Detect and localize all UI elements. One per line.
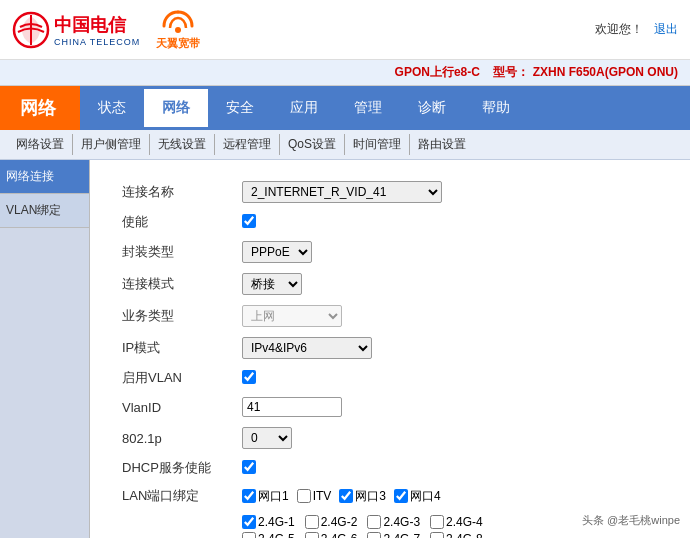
lan-port-itv[interactable]: ITV	[297, 489, 332, 503]
label-enable: 使能	[114, 208, 234, 236]
checkbox-enable[interactable]	[242, 214, 256, 228]
ssid-row-2: 2.4G-5 2.4G-6 2.4G-7	[242, 532, 658, 538]
ssid-24g-2[interactable]: 2.4G-2	[305, 515, 358, 529]
checkbox-24g-3[interactable]	[367, 515, 381, 529]
ssid-24g-3[interactable]: 2.4G-3	[367, 515, 420, 529]
checkbox-24g-7[interactable]	[367, 532, 381, 538]
sidebar-item-vlan-bind[interactable]: VLAN绑定	[0, 194, 89, 228]
lan-port-3[interactable]: 网口3	[339, 488, 386, 505]
subnav-wireless[interactable]: 无线设置	[150, 134, 215, 155]
row-enable: 使能	[114, 208, 666, 236]
row-enable-vlan: 启用VLAN	[114, 364, 666, 392]
sidebar-item-network-conn[interactable]: 网络连接	[0, 160, 89, 194]
select-ip-mode[interactable]: IPv4&IPv6	[242, 337, 372, 359]
subnav-qos[interactable]: QoS设置	[280, 134, 345, 155]
tab-network[interactable]: 网络	[144, 89, 208, 127]
checkbox-24g-2[interactable]	[305, 515, 319, 529]
select-8021p[interactable]: 0	[242, 427, 292, 449]
label-ip-mode: IP模式	[114, 332, 234, 364]
main-content: 连接名称 2_INTERNET_R_VID_41 使能 封装类型 PPPoE	[90, 160, 690, 538]
checkbox-24g-8[interactable]	[430, 532, 444, 538]
label-enable-vlan: 启用VLAN	[114, 364, 234, 392]
label-dhcp: DHCP服务使能	[114, 454, 234, 482]
subnav-user-mgmt[interactable]: 用户侧管理	[73, 134, 150, 155]
telecom-cn: 中国电信	[54, 13, 140, 37]
subnav-remote[interactable]: 远程管理	[215, 134, 280, 155]
model-label: 型号：	[493, 65, 529, 79]
ssid-24g-7[interactable]: 2.4G-7	[367, 532, 420, 538]
label-connection-name: 连接名称	[114, 176, 234, 208]
device-bar: GPON上行e8-C 型号： ZXHN F650A(GPON ONU)	[0, 60, 690, 86]
subnav-network-settings[interactable]: 网络设置	[8, 134, 73, 155]
nav-tabs: 状态 网络 安全 应用 管理 诊断 帮助	[80, 89, 528, 127]
telecom-en: CHINA TELECOM	[54, 37, 140, 47]
lan-port-1[interactable]: 网口1	[242, 488, 289, 505]
telecom-text: 中国电信 CHINA TELECOM	[54, 13, 140, 47]
tab-app[interactable]: 应用	[272, 89, 336, 127]
row-dhcp: DHCP服务使能	[114, 454, 666, 482]
ssid-24g-8[interactable]: 2.4G-8	[430, 532, 483, 538]
watermark: 头条 @老毛桃winpe	[582, 513, 680, 528]
header: 中国电信 CHINA TELECOM 天翼宽带 欢迎您！ 退出	[0, 0, 690, 60]
label-biz-type: 业务类型	[114, 300, 234, 332]
content: 网络连接 VLAN绑定 连接名称 2_INTERNET_R_VID_41 使能 …	[0, 160, 690, 538]
tab-manage[interactable]: 管理	[336, 89, 400, 127]
checkbox-24g-4[interactable]	[430, 515, 444, 529]
tianyi-icon	[160, 8, 196, 36]
checkbox-lan-port-1[interactable]	[242, 489, 256, 503]
checkbox-enable-vlan[interactable]	[242, 370, 256, 384]
label-lan-bind: LAN端口绑定	[114, 482, 234, 510]
logos: 中国电信 CHINA TELECOM 天翼宽带	[12, 8, 200, 51]
sidebar: 网络连接 VLAN绑定	[0, 160, 90, 538]
checkbox-lan-port-3[interactable]	[339, 489, 353, 503]
lan-port-4[interactable]: 网口4	[394, 488, 441, 505]
ssid-24g-4[interactable]: 2.4G-4	[430, 515, 483, 529]
ssid-24g-5[interactable]: 2.4G-5	[242, 532, 295, 538]
subnav-time[interactable]: 时间管理	[345, 134, 410, 155]
tianyi-logo: 天翼宽带	[156, 8, 200, 51]
row-8021p: 802.1p 0	[114, 422, 666, 454]
checkbox-24g-6[interactable]	[305, 532, 319, 538]
select-biz-type[interactable]: 上网	[242, 305, 342, 327]
checkbox-24g-1[interactable]	[242, 515, 256, 529]
section-title: 网络	[0, 86, 80, 130]
tab-security[interactable]: 安全	[208, 89, 272, 127]
select-connection-name[interactable]: 2_INTERNET_R_VID_41	[242, 181, 442, 203]
tianyi-text: 天翼宽带	[156, 36, 200, 51]
ssid-24g-1[interactable]: 2.4G-1	[242, 515, 295, 529]
main-nav: 网络 状态 网络 安全 应用 管理 诊断 帮助	[0, 86, 690, 130]
label-encap: 封装类型	[114, 236, 234, 268]
svg-point-2	[175, 27, 181, 33]
ssid-24g-6[interactable]: 2.4G-6	[305, 532, 358, 538]
row-encap: 封装类型 PPPoE	[114, 236, 666, 268]
telecom-logo: 中国电信 CHINA TELECOM	[12, 11, 140, 49]
tab-diagnose[interactable]: 诊断	[400, 89, 464, 127]
tab-status[interactable]: 状态	[80, 89, 144, 127]
sub-nav: 网络设置 用户侧管理 无线设置 远程管理 QoS设置 时间管理 路由设置	[0, 130, 690, 160]
label-8021p: 802.1p	[114, 422, 234, 454]
header-right: 欢迎您！ 退出	[595, 21, 678, 38]
checkbox-lan-port-4[interactable]	[394, 489, 408, 503]
row-ip-mode: IP模式 IPv4&IPv6	[114, 332, 666, 364]
logout-link[interactable]: 退出	[654, 22, 678, 36]
telecom-icon	[12, 11, 50, 49]
welcome-text: 欢迎您！	[595, 22, 643, 36]
subnav-route[interactable]: 路由设置	[410, 134, 474, 155]
tab-help[interactable]: 帮助	[464, 89, 528, 127]
lan-port-group: 网口1 ITV 网口3 网口4	[242, 488, 658, 505]
select-conn-mode[interactable]: 桥接	[242, 273, 302, 295]
row-vlan-id: VlanID	[114, 392, 666, 422]
row-conn-mode: 连接模式 桥接	[114, 268, 666, 300]
checkbox-lan-itv[interactable]	[297, 489, 311, 503]
input-vlan-id[interactable]	[242, 397, 342, 417]
checkbox-24g-5[interactable]	[242, 532, 256, 538]
row-connection-name: 连接名称 2_INTERNET_R_VID_41	[114, 176, 666, 208]
model-value: ZXHN F650A(GPON ONU)	[533, 65, 678, 79]
label-conn-mode: 连接模式	[114, 268, 234, 300]
select-encap[interactable]: PPPoE	[242, 241, 312, 263]
row-lan-bind: LAN端口绑定 网口1 ITV 网口3	[114, 482, 666, 510]
form-table: 连接名称 2_INTERNET_R_VID_41 使能 封装类型 PPPoE	[114, 176, 666, 538]
label-vlan-id: VlanID	[114, 392, 234, 422]
label-ssid-bind: SSID端口绑定	[114, 510, 234, 538]
checkbox-dhcp[interactable]	[242, 460, 256, 474]
